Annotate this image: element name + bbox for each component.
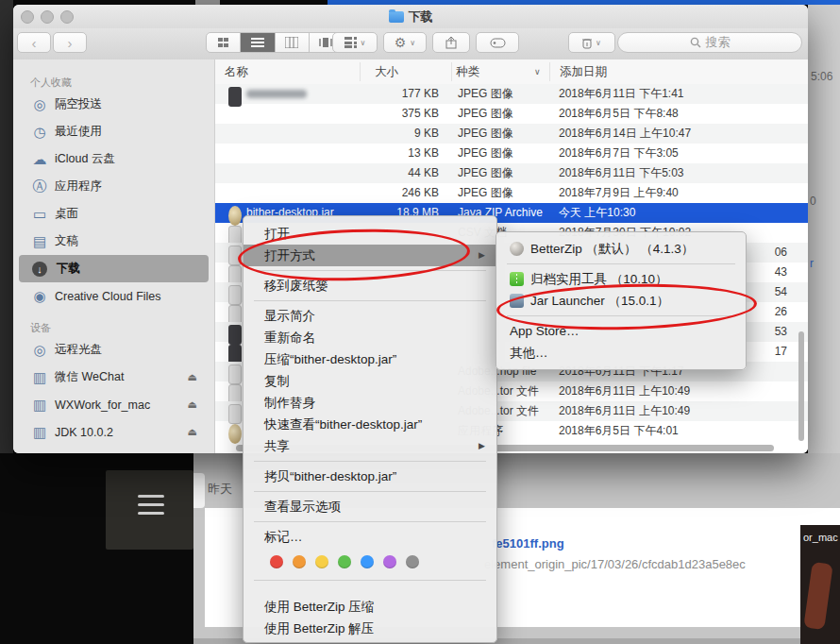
file-size: 246 KB [347,183,439,203]
submenu-item[interactable]: BetterZip （默认） （4.1.3） [496,238,746,260]
context-menu-item[interactable] [244,297,496,305]
context-menu-item[interactable]: 共享 [244,435,496,457]
background-link-fragment: r [810,257,814,270]
context-menu-item[interactable] [244,487,496,496]
menu-item-label: 移到废纸篓 [264,279,328,293]
vertical-scrollbar[interactable] [798,331,804,441]
background-file-link[interactable]: fe5101ff.png [492,536,564,551]
context-menu-item[interactable]: 使用 BetterZip 解压 [244,618,496,639]
view-mode-segmented-control [206,32,344,53]
sidebar-item[interactable]: ▥ 微信 WeChat ⏏ [19,364,209,391]
grid-view-icon [217,37,229,48]
context-menu-item[interactable]: 查看显示选项 [244,496,496,517]
column-header[interactable]: 大小 [375,59,398,84]
column-header[interactable]: 添加日期 [560,59,607,84]
tag-color-dot[interactable] [293,555,306,568]
group-by-button[interactable]: ∨ [332,32,378,53]
eject-icon[interactable]: ⏏ [188,398,197,411]
submenu-item[interactable]: 其他… [496,342,746,364]
column-view-button[interactable] [276,33,310,52]
close-button[interactable] [21,10,34,24]
file-date-fragment [732,183,787,203]
sidebar-item[interactable]: ◉ Creative Cloud Files [19,282,209,310]
sidebar-item[interactable]: ◎ 隔空投送 [19,91,209,118]
background-zero-text: 0 [810,195,816,208]
tag-color-dot[interactable] [338,555,351,568]
file-size: 375 KB [347,104,439,124]
tag-color-dot[interactable] [315,555,328,568]
column-divider[interactable] [360,62,361,81]
context-menu-item[interactable] [244,457,496,466]
search-input[interactable]: 搜索 [617,32,802,53]
context-menu-item[interactable]: 快速查看“bither-desktop.jar” [244,414,496,435]
file-kind: JPEG 图像 [458,124,513,144]
file-date-fragment [732,381,787,401]
file-date-fragment [732,144,787,163]
file-kind: JPEG 图像 [458,84,513,104]
eject-icon[interactable]: ⏏ [188,371,197,383]
file-row[interactable]: 13 KB JPEG 图像 2018年6月7日 下午3:05 [215,144,808,163]
sidebar-item-icon: ◉ [30,288,49,305]
icon-view-button[interactable] [207,33,241,52]
submenu-item-label: 其他… [510,345,548,362]
eject-icon[interactable]: ⏏ [188,426,197,438]
context-menu-item[interactable]: 显示简介 [244,305,496,327]
submenu-item[interactable] [496,260,746,268]
context-menu-item[interactable]: 制作替身 [244,392,496,414]
file-row[interactable]: 44 KB JPEG 图像 2018年6月11日 下午5:03 [215,163,808,183]
background-file-path: element_origin_pic/17/03/26/cfcdab1d23a5… [484,557,746,571]
trash-action-button[interactable]: ∨ [568,32,615,53]
context-menu-item[interactable]: 使用 BetterZip 压缩 [244,596,496,618]
sidebar-item[interactable]: ◷ 最近使用 [19,118,209,145]
column-divider[interactable] [451,62,452,81]
sidebar-item-label: 隔空投送 [55,96,102,112]
submenu-item-label: BetterZip （默认） （4.1.3） [530,241,694,258]
tags-button[interactable] [476,32,519,53]
column-divider[interactable] [549,62,550,81]
forward-button[interactable]: › [53,32,87,53]
sidebar-item[interactable]: Ⓐ 应用程序 [19,173,209,200]
sidebar-item[interactable]: ▭ 桌面 [19,200,209,228]
minimize-button[interactable] [41,10,54,24]
context-menu-item[interactable]: 拷贝“bither-desktop.jar” [244,466,496,487]
context-menu-item[interactable]: 标记… [244,526,496,548]
zoom-button[interactable] [60,10,74,24]
sidebar-item[interactable]: ◎ 远程光盘 [19,336,209,364]
sidebar-item[interactable]: ↓ 下载 [19,255,209,282]
list-view-icon [251,37,264,48]
list-view-button[interactable] [241,33,275,52]
titlebar[interactable]: 下载 [13,5,808,29]
hamburger-icon [138,495,164,520]
context-menu-item[interactable]: 重新命名 [244,327,496,348]
tag-color-dot[interactable] [270,555,283,568]
chevron-down-icon: ∨ [410,39,415,47]
context-menu-item[interactable] [244,517,496,526]
menu-item-label: 标记… [264,530,303,544]
share-button[interactable] [432,32,470,53]
sidebar-item[interactable]: ▤ 文稿 [19,228,209,255]
context-menu-item[interactable]: 压缩“bither-desktop.jar” [244,348,496,370]
sidebar-item[interactable]: ▥ WXWork_for_mac ⏏ [19,391,209,418]
context-menu-item[interactable] [244,576,496,585]
sidebar-item-icon: Ⓐ [30,178,49,195]
file-date-added: 2018年6月14日 上午10:47 [559,124,691,144]
file-row[interactable]: 177 KB JPEG 图像 2018年6月11日 下午1:41 [215,84,808,104]
tag-color-dot[interactable] [383,555,396,568]
tag-color-dot[interactable] [361,555,374,568]
file-kind: JPEG 图像 [458,104,513,124]
tag-color-dot[interactable] [406,555,419,568]
column-header[interactable]: 种类 [456,59,479,84]
action-menu-button[interactable]: ⚙ ∨ [383,32,427,53]
file-row[interactable]: 246 KB JPEG 图像 2018年7月9日 上午9:40 [215,183,808,203]
column-header[interactable]: 名称 [225,59,248,84]
sidebar-item-icon: ↓ [32,262,47,277]
sidebar-item[interactable]: ▥ JDK 10.0.2 ⏏ [19,418,209,446]
context-menu-item[interactable]: 复制 [244,370,496,392]
file-date-added: 2018年6月5日 下午8:48 [559,104,679,124]
sidebar-item[interactable]: ☁ iCloud 云盘 [19,145,209,173]
file-row[interactable]: 375 KB JPEG 图像 2018年6月5日 下午8:48 [215,104,808,124]
file-row[interactable]: 9 KB JPEG 图像 2018年6月14日 上午10:47 [215,124,808,144]
file-date-fragment [732,84,787,104]
back-button[interactable]: ‹ [17,32,51,53]
sort-chevron-icon[interactable]: ∨ [534,59,541,84]
